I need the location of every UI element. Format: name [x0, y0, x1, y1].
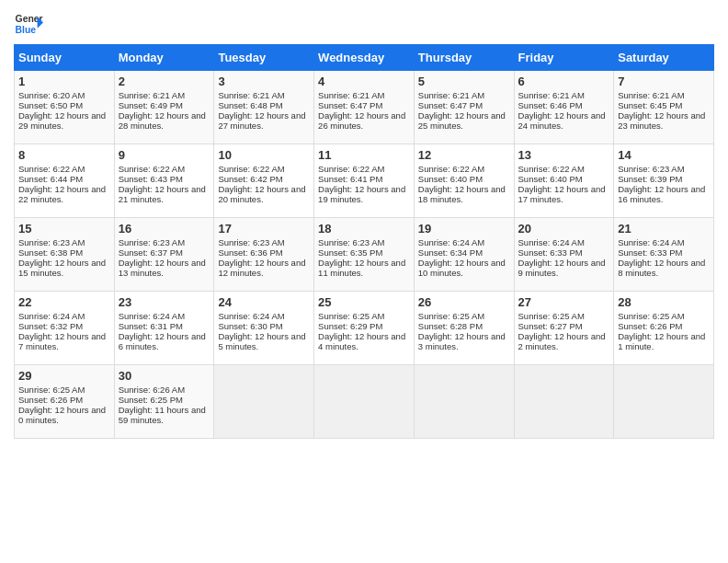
weekday-header-row: SundayMondayTuesdayWednesdayThursdayFrid…	[15, 45, 714, 71]
sunset: Sunset: 6:29 PM	[318, 321, 382, 331]
day-number: 23	[119, 295, 210, 309]
sunset: Sunset: 6:33 PM	[518, 247, 583, 258]
day-number: 18	[318, 222, 410, 236]
calendar-day-cell	[414, 365, 514, 439]
sunrise: Sunrise: 6:21 AM	[119, 90, 185, 100]
calendar-day-cell: 17Sunrise: 6:23 AMSunset: 6:36 PMDayligh…	[214, 218, 314, 292]
sunrise: Sunrise: 6:23 AM	[218, 237, 284, 247]
sunset: Sunset: 6:25 PM	[119, 395, 183, 405]
sunset: Sunset: 6:44 PM	[18, 174, 83, 184]
calendar-day-cell: 27Sunrise: 6:25 AMSunset: 6:27 PMDayligh…	[514, 292, 614, 365]
calendar-day-cell: 3Sunrise: 6:21 AMSunset: 6:48 PMDaylight…	[214, 71, 314, 144]
sunrise: Sunrise: 6:23 AM	[318, 237, 384, 247]
day-number: 14	[618, 148, 710, 162]
calendar-day-cell: 9Sunrise: 6:22 AMSunset: 6:43 PMDaylight…	[114, 144, 214, 218]
sunset: Sunset: 6:47 PM	[318, 100, 382, 110]
calendar-week-row: 29Sunrise: 6:25 AMSunset: 6:26 PMDayligh…	[15, 365, 714, 439]
daylight-label: Daylight: 12 hours and 19 minutes.	[318, 184, 405, 204]
sunset: Sunset: 6:50 PM	[18, 100, 83, 110]
calendar-day-cell: 13Sunrise: 6:22 AMSunset: 6:40 PMDayligh…	[514, 144, 614, 218]
sunrise: Sunrise: 6:24 AM	[218, 311, 284, 321]
calendar-table: SundayMondayTuesdayWednesdayThursdayFrid…	[14, 44, 714, 439]
daylight-label: Daylight: 12 hours and 16 minutes.	[618, 184, 705, 204]
daylight-label: Daylight: 12 hours and 9 minutes.	[518, 258, 606, 278]
calendar-day-cell	[514, 365, 614, 439]
svg-text:Blue: Blue	[16, 25, 37, 35]
calendar-day-cell: 18Sunrise: 6:23 AMSunset: 6:35 PMDayligh…	[314, 218, 415, 292]
day-number: 16	[119, 222, 210, 236]
day-number: 28	[618, 295, 710, 309]
daylight-label: Daylight: 12 hours and 13 minutes.	[119, 258, 206, 278]
sunset: Sunset: 6:30 PM	[218, 321, 282, 331]
calendar-day-cell: 6Sunrise: 6:21 AMSunset: 6:46 PMDaylight…	[514, 71, 614, 144]
daylight-label: Daylight: 12 hours and 23 minutes.	[618, 110, 705, 131]
daylight-label: Daylight: 12 hours and 1 minute.	[618, 331, 705, 351]
sunset: Sunset: 6:46 PM	[518, 100, 583, 110]
calendar-week-row: 1Sunrise: 6:20 AMSunset: 6:50 PMDaylight…	[15, 71, 714, 144]
sunrise: Sunrise: 6:25 AM	[618, 311, 684, 321]
daylight-label: Daylight: 12 hours and 11 minutes.	[318, 258, 405, 278]
daylight-label: Daylight: 12 hours and 10 minutes.	[418, 258, 506, 278]
calendar-day-cell: 12Sunrise: 6:22 AMSunset: 6:40 PMDayligh…	[414, 144, 514, 218]
calendar-day-cell: 21Sunrise: 6:24 AMSunset: 6:33 PMDayligh…	[614, 218, 714, 292]
sunset: Sunset: 6:48 PM	[218, 100, 282, 110]
sunrise: Sunrise: 6:21 AM	[618, 90, 684, 100]
calendar-day-cell	[214, 365, 314, 439]
day-number: 25	[318, 295, 410, 309]
logo-icon: General Blue	[14, 9, 43, 39]
weekday-header-saturday: Saturday	[614, 45, 714, 71]
weekday-header-wednesday: Wednesday	[314, 45, 415, 71]
calendar-day-cell: 2Sunrise: 6:21 AMSunset: 6:49 PMDaylight…	[114, 71, 214, 144]
sunset: Sunset: 6:33 PM	[618, 247, 682, 258]
page-container: General Blue SundayMondayTuesdayWednesda…	[0, 0, 728, 448]
calendar-day-cell: 26Sunrise: 6:25 AMSunset: 6:28 PMDayligh…	[414, 292, 514, 365]
sunrise: Sunrise: 6:22 AM	[119, 164, 185, 174]
sunrise: Sunrise: 6:24 AM	[518, 237, 585, 247]
sunrise: Sunrise: 6:21 AM	[418, 90, 484, 100]
sunset: Sunset: 6:36 PM	[218, 247, 282, 258]
daylight-label: Daylight: 12 hours and 5 minutes.	[218, 331, 305, 351]
daylight-label: Daylight: 12 hours and 22 minutes.	[18, 184, 106, 204]
sunrise: Sunrise: 6:24 AM	[119, 311, 185, 321]
day-number: 6	[518, 75, 610, 88]
calendar-day-cell: 10Sunrise: 6:22 AMSunset: 6:42 PMDayligh…	[214, 144, 314, 218]
daylight-label: Daylight: 12 hours and 24 minutes.	[518, 110, 606, 131]
calendar-day-cell: 11Sunrise: 6:22 AMSunset: 6:41 PMDayligh…	[314, 144, 415, 218]
calendar-week-row: 15Sunrise: 6:23 AMSunset: 6:38 PMDayligh…	[15, 218, 714, 292]
sunrise: Sunrise: 6:23 AM	[18, 237, 85, 247]
sunrise: Sunrise: 6:24 AM	[618, 237, 684, 247]
calendar-day-cell: 20Sunrise: 6:24 AMSunset: 6:33 PMDayligh…	[514, 218, 614, 292]
daylight-label: Daylight: 12 hours and 17 minutes.	[518, 184, 606, 204]
sunrise: Sunrise: 6:22 AM	[418, 164, 484, 174]
daylight-label: Daylight: 12 hours and 20 minutes.	[218, 184, 305, 204]
calendar-day-cell	[314, 365, 415, 439]
day-number: 1	[18, 75, 110, 88]
day-number: 7	[618, 75, 710, 88]
day-number: 5	[418, 75, 510, 88]
sunrise: Sunrise: 6:21 AM	[318, 90, 384, 100]
daylight-label: Daylight: 12 hours and 3 minutes.	[418, 331, 506, 351]
calendar-day-cell: 19Sunrise: 6:24 AMSunset: 6:34 PMDayligh…	[414, 218, 514, 292]
daylight-label: Daylight: 12 hours and 26 minutes.	[318, 110, 405, 131]
weekday-header-sunday: Sunday	[15, 45, 115, 71]
calendar-day-cell	[614, 365, 714, 439]
sunset: Sunset: 6:26 PM	[18, 395, 83, 405]
calendar-day-cell: 28Sunrise: 6:25 AMSunset: 6:26 PMDayligh…	[614, 292, 714, 365]
sunset: Sunset: 6:40 PM	[418, 174, 483, 184]
day-number: 27	[518, 295, 610, 309]
day-number: 10	[218, 148, 310, 162]
sunrise: Sunrise: 6:21 AM	[518, 90, 585, 100]
sunset: Sunset: 6:34 PM	[418, 247, 483, 258]
daylight-label: Daylight: 11 hours and 59 minutes.	[119, 405, 206, 425]
calendar-day-cell: 22Sunrise: 6:24 AMSunset: 6:32 PMDayligh…	[15, 292, 115, 365]
sunrise: Sunrise: 6:25 AM	[318, 311, 384, 321]
day-number: 2	[119, 75, 210, 88]
sunset: Sunset: 6:37 PM	[119, 247, 183, 258]
calendar-day-cell: 15Sunrise: 6:23 AMSunset: 6:38 PMDayligh…	[15, 218, 115, 292]
sunset: Sunset: 6:47 PM	[418, 100, 483, 110]
daylight-label: Daylight: 12 hours and 29 minutes.	[18, 110, 106, 131]
daylight-label: Daylight: 12 hours and 2 minutes.	[518, 331, 606, 351]
daylight-label: Daylight: 12 hours and 0 minutes.	[18, 405, 106, 425]
calendar-day-cell: 4Sunrise: 6:21 AMSunset: 6:47 PMDaylight…	[314, 71, 415, 144]
sunrise: Sunrise: 6:23 AM	[119, 237, 185, 247]
